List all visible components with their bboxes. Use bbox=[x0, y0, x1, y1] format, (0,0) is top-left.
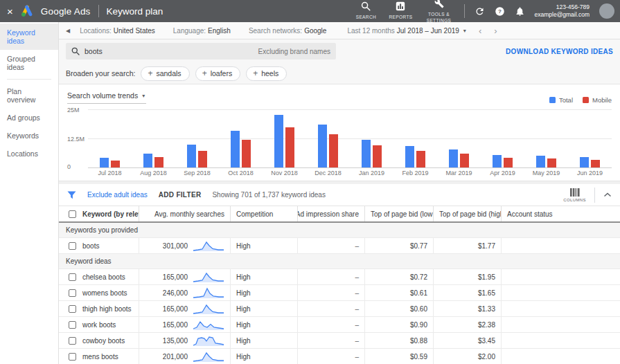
plus-icon: + bbox=[253, 69, 258, 78]
bar-mobile-aug-2018[interactable] bbox=[154, 157, 163, 167]
cell-keyword: chelsea boots bbox=[77, 269, 139, 284]
topbar-search-button[interactable]: SEARCH bbox=[354, 1, 378, 20]
cell-competition: High bbox=[231, 317, 298, 332]
table-row-boots[interactable]: boots301,000High–$0.77$1.77 bbox=[59, 238, 620, 254]
table-row-mens-boots[interactable]: mens boots201,000High–$0.59$2.00 bbox=[59, 349, 620, 364]
bar-total-mar-2019[interactable] bbox=[449, 149, 458, 167]
collapse-table-chevron-up-icon[interactable] bbox=[603, 192, 612, 197]
row-checkbox-cell bbox=[59, 301, 77, 316]
sidebar-item-locations[interactable]: Locations bbox=[0, 145, 58, 163]
tools-settings-icon bbox=[434, 0, 444, 11]
add-filter-button[interactable]: ADD FILTER bbox=[159, 191, 202, 199]
table-row-thigh-high-boots[interactable]: thigh high boots165,000High–$0.60$1.33 bbox=[59, 301, 620, 317]
chart-bar-groups: Jul 2018Aug 2018Sep 2018Oct 2018Nov 2018… bbox=[88, 109, 612, 178]
sidebar-item-grouped-ideas[interactable]: Grouped ideas bbox=[0, 50, 58, 76]
bar-mobile-mar-2019[interactable] bbox=[460, 154, 469, 167]
keyword-search-input[interactable]: boots Excluding brand names bbox=[66, 43, 336, 60]
bar-total-jun-2019[interactable] bbox=[580, 157, 589, 167]
header-top-of-page-bid-high[interactable]: Top of page bid (high range) bbox=[434, 206, 502, 221]
bar-total-dec-2018[interactable] bbox=[318, 125, 327, 167]
x-tick-label: Mar 2019 bbox=[437, 167, 481, 178]
table-row-chelsea-boots[interactable]: chelsea boots165,000High–$0.72$1.95 bbox=[59, 269, 620, 285]
setting-search-networks[interactable]: Search networks:Google bbox=[249, 27, 327, 35]
columns-icon bbox=[570, 188, 580, 197]
row-checkbox[interactable] bbox=[69, 337, 76, 345]
setting-locations[interactable]: Locations:United States bbox=[80, 27, 155, 35]
bar-mobile-apr-2019[interactable] bbox=[504, 158, 513, 167]
broaden-chip-sandals[interactable]: +sandals bbox=[141, 66, 189, 81]
cell-competition: High bbox=[231, 349, 298, 364]
row-checkbox[interactable] bbox=[69, 273, 76, 281]
legend-label: Total bbox=[559, 96, 573, 104]
sidebar-item-ad-groups[interactable]: Ad groups bbox=[0, 109, 58, 127]
topbar-tools-settings-button[interactable]: TOOLS & SETTINGS bbox=[424, 0, 454, 24]
header-avg-monthly-searches[interactable]: Avg. monthly searches bbox=[139, 206, 231, 221]
bar-total-oct-2018[interactable] bbox=[231, 131, 240, 167]
header-competition[interactable]: Competition bbox=[231, 206, 298, 221]
chart-type-selector[interactable]: Search volume trends ▾ bbox=[67, 90, 146, 104]
topbar-reports-button[interactable]: REPORTS bbox=[389, 1, 412, 20]
setting-language[interactable]: Language:English bbox=[173, 27, 231, 35]
close-icon[interactable]: × bbox=[7, 6, 13, 17]
header-account-status[interactable]: Account status bbox=[502, 206, 620, 221]
help-icon[interactable]: ? bbox=[495, 6, 505, 17]
main-content: ◀ Locations:United StatesLanguage:Englis… bbox=[59, 22, 620, 364]
row-checkbox[interactable] bbox=[69, 305, 76, 313]
avatar[interactable] bbox=[599, 3, 614, 19]
broaden-chip-heels[interactable]: +heels bbox=[246, 66, 287, 81]
bar-total-may-2019[interactable] bbox=[536, 156, 545, 167]
searches-sparkline bbox=[193, 334, 224, 347]
bar-total-apr-2019[interactable] bbox=[493, 155, 502, 167]
broaden-chip-loafers[interactable]: +loafers bbox=[195, 66, 241, 81]
row-checkbox[interactable] bbox=[69, 321, 76, 329]
bar-mobile-jan-2019[interactable] bbox=[373, 145, 382, 167]
table-row-cowboy-boots[interactable]: cowboy boots135,000High–$0.88$3.45 bbox=[59, 333, 620, 349]
header-keyword[interactable]: Keyword (by relevance)↓ bbox=[77, 206, 139, 221]
bar-total-jan-2019[interactable] bbox=[362, 140, 371, 167]
row-checkbox[interactable] bbox=[69, 353, 76, 361]
x-tick-label: Oct 2018 bbox=[219, 167, 263, 178]
exclude-adult-ideas-filter[interactable]: Exclude adult ideas bbox=[87, 191, 148, 199]
sidebar-item-plan-overview[interactable]: Plan overview bbox=[0, 82, 58, 109]
table-row-womens-boots[interactable]: womens boots246,000High–$0.61$1.65 bbox=[59, 285, 620, 301]
sidebar-item-keyword-ideas[interactable]: Keyword ideas bbox=[0, 24, 58, 50]
bar-mobile-oct-2018[interactable] bbox=[242, 140, 251, 167]
row-checkbox[interactable] bbox=[69, 242, 76, 250]
bar-total-sep-2018[interactable] bbox=[187, 145, 196, 167]
sidebar-item-keywords[interactable]: Keywords bbox=[0, 127, 58, 145]
notifications-bell-icon[interactable] bbox=[515, 6, 525, 17]
searches-value: 246,000 bbox=[163, 289, 188, 297]
columns-button[interactable]: COLUMNS bbox=[563, 188, 586, 202]
bar-total-nov-2018[interactable] bbox=[274, 115, 283, 167]
bar-mobile-dec-2018[interactable] bbox=[329, 134, 338, 167]
cell-top-of-page-bid-high: $1.95 bbox=[434, 269, 502, 284]
keyword-ideas-table-card: Exclude adult ideas ADD FILTER Showing 7… bbox=[59, 184, 620, 364]
date-range-selector[interactable]: Last 12 months Jul 2018 – Jun 2019 ▾ bbox=[347, 27, 466, 35]
collapse-panel-icon[interactable]: ◀ bbox=[66, 28, 70, 34]
cell-account-status bbox=[502, 333, 620, 348]
bar-mobile-may-2019[interactable] bbox=[547, 158, 556, 167]
sidebar-divider bbox=[7, 79, 51, 80]
row-checkbox[interactable] bbox=[69, 289, 76, 297]
cell-ad-impression-share: – bbox=[298, 333, 365, 348]
bar-mobile-sep-2018[interactable] bbox=[198, 151, 207, 167]
next-period-button[interactable]: › bbox=[494, 26, 497, 35]
bar-mobile-nov-2018[interactable] bbox=[285, 127, 294, 167]
chart-group-may-2019: May 2019 bbox=[524, 109, 568, 178]
refresh-icon[interactable] bbox=[475, 6, 485, 17]
header-top-of-page-bid-low[interactable]: Top of page bid (low range) bbox=[365, 206, 434, 221]
download-keyword-ideas-button[interactable]: DOWNLOAD KEYWORD IDEAS bbox=[506, 48, 613, 55]
bar-mobile-jul-2018[interactable] bbox=[111, 161, 120, 167]
chart-title-text: Search volume trends bbox=[67, 91, 138, 100]
bar-total-feb-2019[interactable] bbox=[405, 146, 414, 167]
bar-total-jul-2018[interactable] bbox=[100, 158, 109, 167]
table-row-work-boots[interactable]: work boots165,000High–$0.90$2.38 bbox=[59, 317, 620, 333]
filter-funnel-icon[interactable] bbox=[67, 191, 76, 199]
select-all-checkbox[interactable] bbox=[69, 210, 76, 218]
previous-period-button[interactable]: ‹ bbox=[479, 26, 481, 35]
header-ad-impression-share[interactable]: Ad impression share bbox=[298, 206, 365, 221]
bar-mobile-feb-2019[interactable] bbox=[416, 151, 425, 167]
bar-total-aug-2018[interactable] bbox=[143, 154, 152, 167]
chevron-down-icon: ▾ bbox=[142, 93, 145, 99]
bar-mobile-jun-2019[interactable] bbox=[591, 160, 600, 167]
